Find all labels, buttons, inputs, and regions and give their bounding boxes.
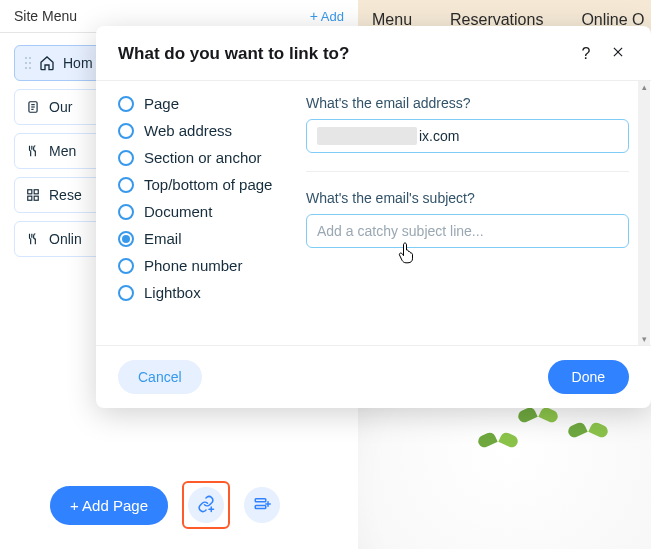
radio-icon [118, 177, 134, 193]
dialog-header: What do you want to link to? ? [96, 26, 651, 80]
link-type-top-bottom[interactable]: Top/bottom of page [118, 176, 296, 193]
link-type-label: Document [144, 203, 212, 220]
email-address-label: What's the email address? [306, 95, 629, 111]
page-label: Rese [49, 187, 82, 203]
preview-image-sprout [568, 424, 608, 448]
link-type-list: Page Web address Section or anchor Top/b… [96, 81, 296, 345]
svg-point-5 [29, 67, 31, 69]
link-type-label: Web address [144, 122, 232, 139]
plus-icon: + [310, 8, 318, 24]
page-label: Men [49, 143, 76, 159]
drag-handle-icon[interactable] [25, 57, 31, 69]
link-dialog: What do you want to link to? ? Page Web … [96, 26, 651, 408]
done-label: Done [572, 369, 605, 385]
add-link-page-button[interactable] [188, 487, 224, 523]
radio-icon [118, 150, 134, 166]
preview-image-sprout [518, 409, 558, 433]
email-subject-label: What's the email's subject? [306, 190, 629, 206]
page-label: Our [49, 99, 72, 115]
link-type-document[interactable]: Document [118, 203, 296, 220]
email-visible-suffix: ix.com [419, 128, 459, 144]
done-button[interactable]: Done [548, 360, 629, 394]
svg-rect-11 [34, 190, 38, 194]
home-icon [39, 55, 55, 71]
svg-rect-10 [28, 190, 32, 194]
dialog-body: Page Web address Section or anchor Top/b… [96, 80, 651, 346]
close-icon[interactable] [607, 45, 629, 63]
radio-icon [118, 96, 134, 112]
document-icon [25, 99, 41, 115]
section-add-icon [253, 495, 271, 516]
link-type-email[interactable]: Email [118, 230, 296, 247]
link-type-label: Lightbox [144, 284, 201, 301]
radio-icon [118, 285, 134, 301]
redacted-block [317, 127, 417, 145]
email-address-input[interactable]: ix.com [306, 119, 629, 153]
cancel-button[interactable]: Cancel [118, 360, 202, 394]
help-icon[interactable]: ? [575, 45, 597, 63]
link-type-lightbox[interactable]: Lightbox [118, 284, 296, 301]
cancel-label: Cancel [138, 369, 182, 385]
scrollbar[interactable]: ▴ ▾ [638, 81, 650, 345]
form-divider [306, 171, 629, 172]
svg-point-3 [29, 62, 31, 64]
link-type-web-address[interactable]: Web address [118, 122, 296, 139]
svg-point-2 [25, 62, 27, 64]
radio-icon [118, 231, 134, 247]
email-subject-input[interactable] [306, 214, 629, 248]
svg-point-1 [29, 57, 31, 59]
scroll-down-icon[interactable]: ▾ [638, 333, 650, 345]
link-form: What's the email address? ix.com What's … [296, 81, 651, 345]
link-type-page[interactable]: Page [118, 95, 296, 112]
grid-icon [25, 187, 41, 203]
link-type-label: Page [144, 95, 179, 112]
svg-point-0 [25, 57, 27, 59]
add-page-label: + Add Page [70, 497, 148, 514]
dialog-footer: Cancel Done [96, 346, 651, 408]
svg-rect-17 [255, 505, 266, 508]
link-type-label: Section or anchor [144, 149, 262, 166]
svg-rect-16 [255, 498, 266, 501]
link-plus-icon [197, 495, 215, 516]
cutlery-icon [25, 231, 41, 247]
svg-rect-13 [34, 196, 38, 200]
scroll-up-icon[interactable]: ▴ [638, 81, 650, 93]
add-label: Add [321, 9, 344, 24]
svg-point-4 [25, 67, 27, 69]
link-type-label: Email [144, 230, 182, 247]
bottom-toolbar: + Add Page [0, 461, 358, 549]
link-type-phone[interactable]: Phone number [118, 257, 296, 274]
link-type-section-anchor[interactable]: Section or anchor [118, 149, 296, 166]
svg-rect-12 [28, 196, 32, 200]
cutlery-icon [25, 143, 41, 159]
add-menu-item-link[interactable]: + Add [310, 8, 344, 24]
preview-image-sprout [478, 434, 518, 458]
add-section-button[interactable] [244, 487, 280, 523]
highlighted-action [182, 481, 230, 529]
radio-icon [118, 204, 134, 220]
site-menu-title: Site Menu [14, 8, 77, 24]
page-label: Onlin [49, 231, 82, 247]
radio-icon [118, 258, 134, 274]
radio-icon [118, 123, 134, 139]
dialog-title: What do you want to link to? [118, 44, 565, 64]
add-page-button[interactable]: + Add Page [50, 486, 168, 525]
page-label: Hom [63, 55, 93, 71]
link-type-label: Phone number [144, 257, 242, 274]
link-type-label: Top/bottom of page [144, 176, 272, 193]
